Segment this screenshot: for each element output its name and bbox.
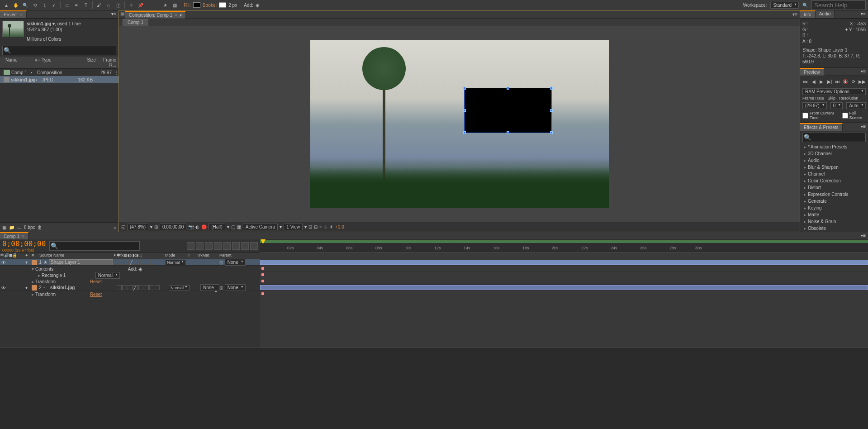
fullscreen-checkbox[interactable] <box>842 113 848 119</box>
view-dropdown[interactable]: 1 View <box>284 224 303 230</box>
timeline-tab[interactable]: Comp 1× <box>0 232 28 239</box>
effect-category[interactable]: Color Correction <box>800 177 868 184</box>
brush-tool-icon[interactable]: 🖌 <box>95 1 103 9</box>
blend-mode-dropdown[interactable]: Normal <box>169 285 190 291</box>
effect-category[interactable]: Expression Controls <box>800 191 868 198</box>
effect-category[interactable]: Channel <box>800 171 868 177</box>
effect-category[interactable]: Blur & Sharpen <box>800 164 868 171</box>
effect-category[interactable]: Matte <box>800 211 868 218</box>
close-icon[interactable]: × <box>20 12 23 17</box>
draft3d-icon[interactable] <box>196 242 204 250</box>
list-item[interactable]: sikkim1.jpg ▪ JPEG 162 KB <box>0 76 119 83</box>
skip-dropdown[interactable]: 0 <box>830 102 843 109</box>
trkmat-dropdown[interactable]: None <box>200 284 219 291</box>
layer-row[interactable]: 👁 ▾ 1 ★ Shape Layer 1 ╱ Normal ◎ None <box>0 259 260 266</box>
workspace-dropdown[interactable]: Standard <box>770 2 799 9</box>
from-current-checkbox[interactable] <box>802 113 808 119</box>
transparency-icon[interactable]: ▦ <box>237 224 241 229</box>
footage-thumbnail[interactable] <box>2 21 24 37</box>
reset-exposure-icon[interactable]: ☀ <box>329 224 333 229</box>
effect-category[interactable]: Generate <box>800 198 868 205</box>
shy-icon[interactable] <box>205 242 213 250</box>
fill-label[interactable]: Fill: <box>184 3 191 8</box>
framerate-dropdown[interactable]: (29.97) <box>802 102 827 109</box>
play-icon[interactable]: ▶ <box>818 78 825 85</box>
viewer-tab[interactable]: Comp 1 <box>123 19 148 26</box>
audio-tab[interactable]: Audio <box>816 10 835 18</box>
info-tab[interactable]: Info <box>800 10 816 18</box>
folder-icon[interactable]: 📁 <box>9 225 14 230</box>
layer-clip[interactable] <box>260 285 868 290</box>
layer-swap-icon[interactable]: ▤ <box>119 11 125 19</box>
panel-menu-icon[interactable]: ▾≡ <box>859 68 868 76</box>
panel-menu-icon[interactable]: ▾≡ <box>790 11 800 19</box>
add-content-icon[interactable]: ◉ <box>138 267 142 272</box>
resolution-icon[interactable]: ⊞ <box>154 224 158 229</box>
pen-tool-icon[interactable]: ✒ <box>72 1 81 9</box>
snap-icon[interactable]: ▦ <box>171 1 179 9</box>
next-frame-icon[interactable]: ▶| <box>826 78 833 85</box>
mute-icon[interactable]: 🔇 <box>843 78 849 85</box>
search-toggle-icon[interactable]: ⌕ <box>114 225 116 230</box>
snapshot-icon[interactable]: 📷 <box>188 224 194 229</box>
zoom-dropdown[interactable]: (47.8%) <box>127 224 148 230</box>
time-display[interactable]: 0;00;00;00 <box>160 224 186 230</box>
effects-search-input[interactable] <box>802 133 866 142</box>
ram-options-dropdown[interactable]: RAM Preview Options <box>802 88 866 95</box>
layer-color-swatch[interactable] <box>32 260 37 265</box>
puppet-tool-icon[interactable]: 📌 <box>137 1 145 9</box>
comp-mini-flow-icon[interactable] <box>187 242 194 250</box>
transform-row[interactable]: ▸TransformReset <box>0 291 260 297</box>
hand-tool-icon[interactable]: ✋ <box>12 1 20 9</box>
preview-tab[interactable]: Preview <box>800 68 824 76</box>
clone-tool-icon[interactable]: ⎌ <box>104 1 113 9</box>
effect-category[interactable]: 3D Channel <box>800 150 868 157</box>
parent-dropdown[interactable]: None <box>225 284 246 291</box>
shape-layer-rectangle[interactable] <box>464 88 552 133</box>
last-frame-icon[interactable]: ⏭ <box>835 78 841 85</box>
effect-category[interactable]: Noise & Grain <box>800 218 868 225</box>
effect-category[interactable]: Keying <box>800 205 868 211</box>
layer-name[interactable]: Shape Layer 1 <box>49 259 113 265</box>
auto-keyframe-icon[interactable] <box>241 242 249 250</box>
stroke-swatch[interactable] <box>219 2 226 8</box>
rotate-tool-icon[interactable]: ⤵ <box>40 1 48 9</box>
star-icon[interactable]: ★ <box>161 1 169 9</box>
ram-preview-icon[interactable]: ▶▶ <box>859 78 866 85</box>
layer-row[interactable]: 👁 ▾ 2 ▫ sikkim1.jpg ╱ Normal None ◎ None <box>0 285 260 291</box>
project-tab[interactable]: Project× <box>0 10 27 18</box>
stroke-width[interactable]: 2 px <box>228 3 237 8</box>
panel-menu-icon[interactable]: ▾≡ <box>859 123 868 131</box>
pixel-aspect-icon[interactable]: ⊡ <box>308 224 312 229</box>
panel-menu-icon[interactable]: ▾≡ <box>859 10 868 18</box>
blend-mode-dropdown[interactable]: Normal <box>165 260 186 265</box>
first-frame-icon[interactable]: ⏮ <box>802 78 809 85</box>
region-icon[interactable]: ◱ <box>121 224 125 229</box>
effect-category[interactable]: * Animation Presets <box>800 143 868 150</box>
video-toggle-icon[interactable]: 👁 <box>1 286 6 290</box>
camera-tool-icon[interactable]: ➹ <box>50 1 58 9</box>
roto-tool-icon[interactable]: ✧ <box>127 1 135 9</box>
rect-mode-dropdown[interactable]: Normal <box>95 272 120 279</box>
transform-row[interactable]: ▸TransformReset <box>0 278 260 285</box>
effects-tab[interactable]: Effects & Presets <box>800 123 843 131</box>
rectangle-row[interactable]: ▸Rectangle 1Normal <box>0 272 260 278</box>
composition-viewer[interactable] <box>119 26 800 222</box>
rect-tool-icon[interactable]: ▭ <box>63 1 71 9</box>
camera-dropdown[interactable]: Active Camera <box>243 224 278 230</box>
new-comp-icon[interactable]: ▭ <box>17 225 21 230</box>
bpc-label[interactable]: 8 bpc <box>24 225 35 230</box>
orbit-tool-icon[interactable]: ⟲ <box>31 1 39 9</box>
graph-editor-icon[interactable] <box>250 242 258 250</box>
panel-menu-icon[interactable]: ▾≡ <box>109 10 119 18</box>
timeline-tracks[interactable] <box>260 259 868 348</box>
parent-dropdown[interactable]: None <box>225 259 246 266</box>
layer-name[interactable]: sikkim1.jpg <box>49 285 117 290</box>
prev-frame-icon[interactable]: ◀ <box>811 78 817 85</box>
timeline-search-input[interactable] <box>49 241 140 251</box>
effect-category[interactable]: Obsolete <box>800 225 868 232</box>
fast-preview-icon[interactable]: ⊟ <box>314 224 318 229</box>
project-search-input[interactable] <box>2 46 116 55</box>
interpret-icon[interactable]: ▦ <box>2 225 6 230</box>
resolution-dropdown[interactable]: (Half) <box>209 224 225 230</box>
